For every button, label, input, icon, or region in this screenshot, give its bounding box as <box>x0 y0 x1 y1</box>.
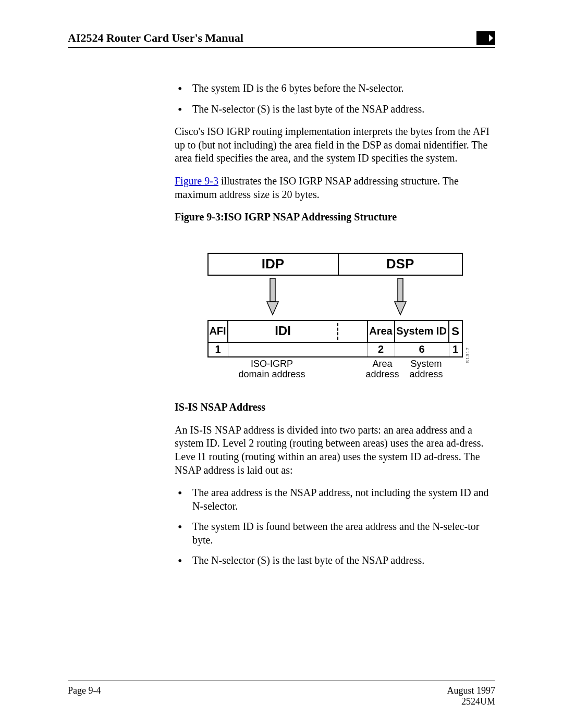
intro-bullet-list: The system ID is the 6 bytes before the … <box>175 82 495 116</box>
idi-label: IDI <box>275 323 291 339</box>
dashed-divider-icon <box>337 323 338 340</box>
gap-cell <box>338 321 367 342</box>
footer-right: August 1997 2524UM <box>447 685 495 707</box>
paragraph-cisco: Cisco's ISO IGRP routing implementation … <box>175 125 495 165</box>
list-item: The area address is the NSAP address, no… <box>175 486 495 513</box>
area-bytes: 2 <box>367 343 395 356</box>
arrow-down-icon <box>393 276 408 317</box>
label-line2: address <box>410 369 443 379</box>
page: AI2524 Router Card User's Manual The sys… <box>0 0 563 728</box>
diagram-fields-row: AFI IDI Area System ID S <box>207 320 463 342</box>
list-item: The system ID is the 6 bytes before the … <box>175 82 495 95</box>
page-number: Page 9-4 <box>68 685 101 707</box>
isis-heading: IS-IS NSAP Address <box>175 401 495 414</box>
idi-cell: IDI <box>228 321 338 342</box>
figure-9-3-link[interactable]: Figure 9-3 <box>175 175 218 187</box>
diagram-bytes-row: 1 2 6 1 <box>207 342 463 357</box>
page-header: AI2524 Router Card User's Manual <box>68 31 495 48</box>
svg-rect-2 <box>398 278 403 302</box>
systemid-cell: System ID <box>395 321 449 342</box>
system-address-label: System address <box>399 359 454 380</box>
idi-bytes <box>228 343 338 356</box>
label-line1: ISO-IGRP <box>251 359 293 369</box>
label-line1: System <box>411 359 442 369</box>
sysid-bytes: 6 <box>395 343 449 356</box>
afi-cell: AFI <box>209 321 228 342</box>
isis-bullet-list: The area address is the NSAP address, no… <box>175 486 495 567</box>
label-line2: domain address <box>238 369 305 379</box>
diagram-top-row: IDP DSP <box>207 253 463 276</box>
footer-date: August 1997 <box>447 685 495 696</box>
svg-rect-0 <box>270 278 275 302</box>
list-item: The N-selector (S) is the last byte of t… <box>175 103 495 116</box>
brand-logo-icon <box>476 31 495 45</box>
list-item: The N-selector (S) is the last byte of t… <box>175 554 495 567</box>
label-line2: address <box>366 369 399 379</box>
svg-marker-1 <box>267 302 278 315</box>
afi-bytes: 1 <box>209 343 228 356</box>
arrow-down-icon <box>265 276 280 317</box>
list-item: The system ID is found between the area … <box>175 520 495 547</box>
figure-caption: Figure 9-3:ISO IGRP NSAP Addressing Stru… <box>175 211 495 224</box>
label-gap <box>337 359 366 380</box>
diagram-bottom-labels: ISO-IGRP domain address Area address Sys… <box>207 359 463 380</box>
arrow-row <box>207 276 463 320</box>
idp-cell: IDP <box>209 254 339 275</box>
page-footer: Page 9-4 August 1997 2524UM <box>68 681 495 707</box>
area-address-label: Area address <box>366 359 399 380</box>
figure-reference-paragraph: Figure 9-3 illustrates the ISO IGRP NSAP… <box>175 175 495 201</box>
manual-title: AI2524 Router Card User's Manual <box>68 31 243 45</box>
sel-bytes: 1 <box>449 343 462 356</box>
label-end-gap <box>454 359 463 380</box>
footer-docid: 2524UM <box>461 696 495 707</box>
dsp-cell: DSP <box>339 254 462 275</box>
isis-paragraph: An IS-IS NSAP address is divided into tw… <box>175 424 495 477</box>
gap-bytes <box>338 343 367 356</box>
selector-cell: S <box>449 321 462 342</box>
body-content: The system ID is the 6 bytes before the … <box>175 82 495 567</box>
nsap-structure-diagram: IDP DSP AFI IDI <box>207 253 463 380</box>
label-line1: Area <box>373 359 393 369</box>
iso-igrp-label: ISO-IGRP domain address <box>207 359 337 380</box>
area-cell: Area <box>367 321 395 342</box>
svg-marker-3 <box>395 302 406 315</box>
diagram-id-label: S1317 <box>465 347 471 363</box>
